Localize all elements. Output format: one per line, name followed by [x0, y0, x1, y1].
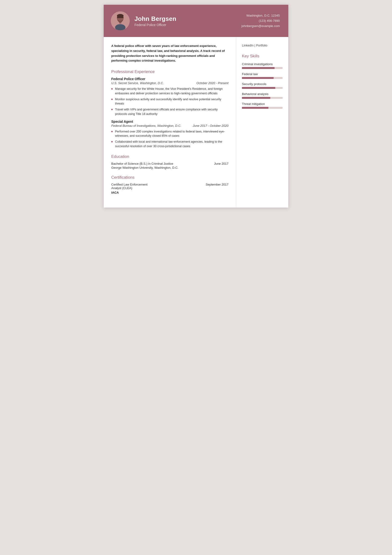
job-2-title: Special Agent — [111, 120, 228, 124]
resume-body: A federal police officer with seven year… — [104, 37, 288, 208]
skill-bar-fill — [242, 97, 270, 99]
skill-bar-bg — [242, 87, 283, 89]
header-contact: Washington, D.C. 12345 (123) 456-7890 jo… — [242, 13, 280, 29]
sidebar-links[interactable]: LinkedIn | Portfolio — [242, 44, 283, 47]
education-row: Bachelor of Science (B.S.) in Criminal J… — [111, 162, 228, 165]
job-1-dates: October 2020 - Present — [196, 81, 228, 85]
job-2-dates: June 2017 - October 2020 — [193, 124, 228, 127]
skill-label: Behavioral analysis — [242, 92, 283, 96]
svg-rect-4 — [119, 22, 121, 23]
job-1: Federal Police Officer U.S. Secret Servi… — [111, 77, 228, 116]
skill-bar-fill — [242, 107, 268, 109]
list-item: Collaborated with local and internationa… — [111, 139, 228, 149]
key-skills-title: Key Skills — [242, 54, 283, 58]
job-1-title: Federal Police Officer — [111, 77, 228, 81]
section-education: Education Bachelor of Science (B.S.) in … — [111, 154, 228, 169]
skill-item-2: Security protocols — [242, 82, 283, 89]
education-date: June 2017 — [214, 162, 228, 165]
education-degree: Bachelor of Science (B.S.) in Criminal J… — [111, 162, 173, 165]
contact-email: johnbergsen@example.com — [242, 23, 280, 29]
skill-bar-bg — [242, 97, 283, 99]
cert-name: Certified Law Enforcement Analyst (CLEA) — [111, 183, 148, 190]
section-title-education: Education — [111, 154, 228, 159]
summary-text: A federal police officer with seven year… — [111, 44, 228, 63]
job-1-company: U.S. Secret Service, Washington, D.C. — [111, 81, 164, 85]
list-item: Monitor suspicious activity and successf… — [111, 97, 228, 106]
section-professional-experience: Professional Experience Federal Police O… — [111, 69, 228, 149]
side-column: LinkedIn | Portfolio Key Skills Criminal… — [236, 37, 288, 208]
section-title-experience: Professional Experience — [111, 69, 228, 74]
job-1-meta: U.S. Secret Service, Washington, D.C. Oc… — [111, 81, 228, 85]
job-1-bullets: Manage security for the White House, the… — [111, 87, 228, 116]
education-school: George Washington University, Washington… — [111, 166, 228, 169]
skill-bar-bg — [242, 77, 283, 79]
skill-label: Criminal investigations — [242, 62, 283, 66]
skill-bar-fill — [242, 87, 275, 89]
cert-name-text: Certified Law Enforcement — [111, 183, 148, 186]
cert-date: September 2017 — [206, 183, 228, 190]
skill-label: Security protocols — [242, 82, 283, 86]
contact-address: Washington, D.C. 12345 — [242, 13, 280, 18]
list-item: Travel with VIPs and government official… — [111, 107, 228, 116]
skill-item-0: Criminal investigations — [242, 62, 283, 69]
skill-label: Threat mitigation — [242, 102, 283, 106]
job-2-bullets: Performed over 200 complex investigation… — [111, 129, 228, 149]
skill-label: Federal law — [242, 72, 283, 76]
job-2: Special Agent Federal Bureau of Investig… — [111, 120, 228, 149]
cert-row-1: Certified Law Enforcement Analyst (CLEA)… — [111, 183, 228, 190]
job-title-header: Federal Police Officer — [135, 23, 176, 27]
section-certifications: Certifications Certified Law Enforcement… — [111, 175, 228, 194]
job-2-meta: Federal Bureau of Investigations, Washin… — [111, 124, 228, 127]
skill-item-4: Threat mitigation — [242, 102, 283, 109]
cert-name-text2: Analyst (CLEA) — [111, 186, 132, 190]
skill-bar-fill — [242, 77, 274, 79]
list-item: Performed over 200 complex investigation… — [111, 129, 228, 139]
resume-header: John Bergsen Federal Police Officer Wash… — [104, 5, 288, 37]
job-2-company: Federal Bureau of Investigations, Washin… — [111, 124, 181, 127]
list-item: Manage security for the White House, the… — [111, 87, 228, 96]
main-column: A federal police officer with seven year… — [104, 37, 236, 208]
skill-bar-bg — [242, 67, 283, 69]
resume-container: John Bergsen Federal Police Officer Wash… — [104, 5, 288, 208]
skills-list: Criminal investigations Federal law Secu… — [242, 62, 283, 109]
skill-item-3: Behavioral analysis — [242, 92, 283, 99]
section-title-certifications: Certifications — [111, 175, 228, 180]
contact-phone: (123) 456-7890 — [242, 18, 280, 23]
full-name: John Bergsen — [135, 15, 176, 22]
skill-bar-fill — [242, 67, 275, 69]
avatar — [111, 11, 130, 30]
header-name-block: John Bergsen Federal Police Officer — [135, 15, 176, 27]
cert-org: IACA — [111, 191, 228, 194]
skill-bar-bg — [242, 107, 283, 109]
skill-item-1: Federal law — [242, 72, 283, 79]
header-left: John Bergsen Federal Police Officer — [111, 11, 176, 30]
